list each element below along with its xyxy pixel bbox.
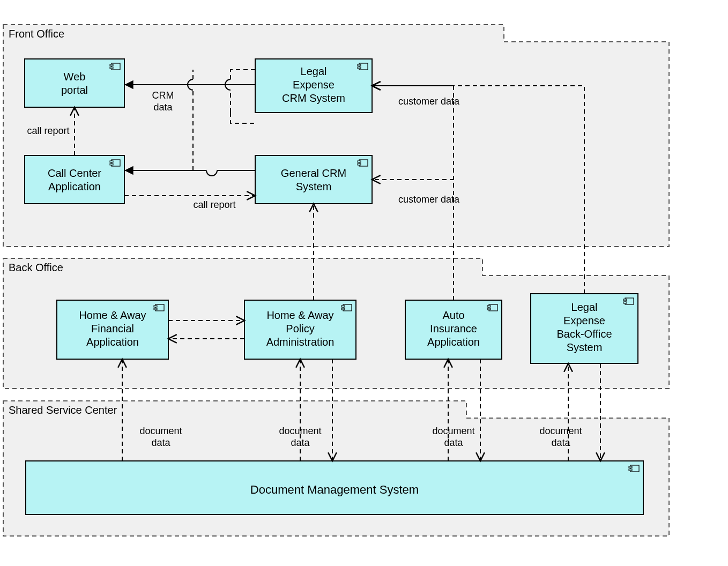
svg-rect-8 [358, 64, 361, 66]
svg-text:Financial: Financial [91, 323, 134, 334]
svg-rect-41 [487, 306, 491, 307]
svg-rect-48 [623, 299, 627, 301]
component-home-away-policy: Home & Away Policy Administration [244, 300, 356, 359]
svg-text:Application: Application [86, 336, 139, 348]
svg-rect-27 [154, 306, 157, 307]
label-doc-data-3: document [432, 426, 474, 436]
label-call-report-bottom: call report [193, 199, 235, 210]
svg-text:data: data [444, 437, 463, 448]
svg-text:data: data [551, 437, 570, 448]
group-shared-service-center-title: Shared Service Center [9, 404, 117, 416]
label-doc-data-4: document [539, 426, 582, 436]
svg-text:Home & Away: Home & Away [266, 309, 333, 321]
svg-rect-2 [110, 64, 113, 66]
component-home-away-financial: Home & Away Financial Application [57, 300, 168, 359]
group-front-office: Front Office [3, 25, 669, 247]
label-crm-data: CRM [152, 90, 174, 101]
component-general-crm: General CRM System [255, 155, 372, 204]
component-legal-crm: Legal Expense CRM System [255, 59, 372, 113]
svg-rect-35 [341, 308, 345, 310]
label-doc-data-2: document [279, 426, 321, 436]
svg-text:Application: Application [427, 336, 480, 348]
svg-text:Expense: Expense [293, 79, 335, 91]
svg-rect-15 [110, 161, 113, 162]
group-back-office-title: Back Office [9, 262, 63, 273]
svg-text:Insurance: Insurance [430, 323, 477, 334]
svg-rect-28 [154, 308, 157, 310]
svg-text:data: data [151, 437, 170, 448]
svg-text:Call Center: Call Center [48, 167, 101, 179]
svg-rect-16 [110, 163, 113, 165]
svg-rect-19 [255, 155, 372, 204]
svg-text:Legal: Legal [301, 65, 327, 77]
svg-rect-49 [623, 302, 627, 303]
svg-rect-22 [358, 163, 361, 165]
svg-text:portal: portal [61, 84, 88, 96]
svg-text:Home & Away: Home & Away [79, 309, 146, 321]
label-call-report-top: call report [27, 125, 69, 136]
svg-rect-3 [110, 67, 113, 69]
svg-text:Auto: Auto [442, 309, 464, 321]
svg-text:CRM System: CRM System [282, 92, 345, 104]
svg-rect-21 [358, 161, 361, 162]
svg-rect-13 [25, 155, 124, 204]
svg-text:Policy: Policy [286, 323, 314, 334]
component-legal-backoffice: Legal Expense Back-Office System [531, 294, 638, 363]
svg-text:System: System [296, 181, 332, 192]
group-front-office-title: Front Office [9, 28, 64, 40]
svg-rect-9 [358, 67, 361, 69]
architecture-diagram: Front Office Back Office Shared Service … [0, 0, 728, 566]
svg-text:data: data [291, 437, 310, 448]
svg-text:Application: Application [48, 181, 101, 192]
component-call-center: Call Center Application [25, 155, 124, 204]
label-customer-data-2: customer data [398, 194, 460, 205]
svg-text:Expense: Expense [563, 315, 605, 326]
component-document-management: Document Management System [26, 461, 643, 515]
svg-text:General CRM: General CRM [281, 167, 346, 179]
label-doc-data-1: document [139, 426, 182, 436]
svg-text:Legal: Legal [571, 301, 598, 313]
svg-rect-57 [629, 469, 632, 471]
svg-text:Document Management System: Document Management System [250, 483, 419, 496]
svg-text:System: System [567, 341, 603, 353]
component-web-portal: Web portal [25, 59, 124, 107]
svg-text:Administration: Administration [266, 336, 335, 348]
svg-text:data: data [153, 102, 173, 113]
svg-rect-42 [487, 308, 491, 310]
svg-text:Back-Office: Back-Office [557, 328, 612, 340]
svg-text:Web: Web [64, 71, 86, 83]
label-customer-data-1: customer data [398, 96, 460, 107]
svg-rect-34 [341, 306, 345, 307]
svg-rect-56 [629, 466, 632, 468]
component-auto-insurance: Auto Insurance Application [405, 300, 502, 359]
svg-rect-0 [25, 59, 124, 107]
